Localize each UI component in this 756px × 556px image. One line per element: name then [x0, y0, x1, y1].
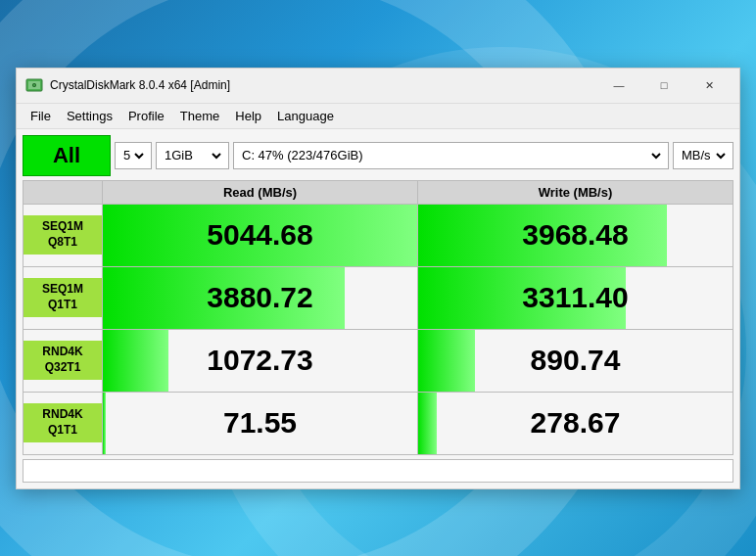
- menu-settings[interactable]: Settings: [59, 107, 120, 125]
- read-value-cell: 5044.68: [103, 204, 418, 266]
- app-window: CrystalDiskMark 8.0.4 x64 [Admin] — □ ✕ …: [16, 68, 740, 489]
- read-value: 1072.73: [103, 330, 417, 392]
- count-select[interactable]: 5 1 3 9: [119, 143, 147, 168]
- read-value: 71.55: [103, 393, 417, 454]
- menu-profile[interactable]: Profile: [120, 107, 172, 125]
- size-dropdown[interactable]: 1GiB 512MiB 2GiB 4GiB: [156, 142, 229, 169]
- close-button[interactable]: ✕: [686, 70, 732, 101]
- table-row: SEQ1MQ1T1 3880.72 3311.40: [24, 266, 733, 329]
- row-label: SEQ1MQ1T1: [24, 278, 102, 316]
- menu-language[interactable]: Language: [269, 107, 342, 125]
- unit-select[interactable]: MB/s GB/s IOPS: [678, 143, 729, 168]
- row-label: RND4KQ1T1: [24, 403, 102, 441]
- row-label: RND4KQ32T1: [24, 341, 102, 379]
- menu-help[interactable]: Help: [227, 107, 269, 125]
- all-button[interactable]: All: [23, 135, 111, 176]
- write-value: 3311.40: [418, 267, 732, 329]
- header-write: Write (MB/s): [418, 180, 733, 204]
- drive-select[interactable]: C: 47% (223/476GiB): [238, 143, 664, 168]
- drive-dropdown[interactable]: C: 47% (223/476GiB): [233, 142, 669, 169]
- table-header: Read (MB/s) Write (MB/s): [24, 180, 733, 204]
- toolbar-row: All 5 1 3 9 1GiB 512MiB 2GiB 4GiB: [23, 135, 733, 176]
- count-dropdown[interactable]: 5 1 3 9: [115, 142, 152, 169]
- table-row: SEQ1MQ8T1 5044.68 3968.48: [24, 204, 733, 266]
- write-value-cell: 278.67: [418, 392, 733, 454]
- write-value-cell: 3968.48: [418, 204, 733, 266]
- maximize-button[interactable]: □: [641, 70, 686, 101]
- status-bar: [23, 459, 733, 483]
- write-value: 3968.48: [418, 205, 732, 266]
- benchmark-table: Read (MB/s) Write (MB/s) SEQ1MQ8T1 5044.…: [23, 180, 733, 455]
- write-value: 890.74: [418, 330, 732, 392]
- read-value-cell: 71.55: [103, 392, 418, 454]
- main-content: All 5 1 3 9 1GiB 512MiB 2GiB 4GiB: [17, 129, 739, 488]
- write-value-cell: 890.74: [418, 329, 733, 392]
- row-label-cell: SEQ1MQ8T1: [24, 204, 103, 266]
- unit-dropdown[interactable]: MB/s GB/s IOPS: [673, 142, 733, 169]
- read-value-cell: 1072.73: [103, 329, 418, 392]
- row-label-cell: SEQ1MQ1T1: [24, 266, 103, 329]
- minimize-button[interactable]: —: [596, 70, 641, 101]
- menu-bar: File Settings Profile Theme Help Languag…: [17, 104, 739, 129]
- write-value: 278.67: [418, 393, 732, 454]
- header-empty: [24, 180, 103, 204]
- app-icon: [24, 75, 44, 95]
- table-row: RND4KQ1T1 71.55 278.67: [24, 392, 733, 454]
- svg-point-3: [33, 84, 35, 86]
- size-select[interactable]: 1GiB 512MiB 2GiB 4GiB: [161, 143, 224, 168]
- table-row: RND4KQ32T1 1072.73 890.74: [24, 329, 733, 392]
- write-value-cell: 3311.40: [418, 266, 733, 329]
- read-value: 5044.68: [103, 205, 417, 266]
- row-label-cell: RND4KQ1T1: [24, 392, 103, 454]
- read-value: 3880.72: [103, 267, 417, 329]
- window-title: CrystalDiskMark 8.0.4 x64 [Admin]: [50, 78, 596, 92]
- window-controls: — □ ✕: [596, 70, 732, 101]
- header-read: Read (MB/s): [103, 180, 418, 204]
- menu-theme[interactable]: Theme: [172, 107, 227, 125]
- title-bar: CrystalDiskMark 8.0.4 x64 [Admin] — □ ✕: [17, 69, 739, 104]
- read-value-cell: 3880.72: [103, 266, 418, 329]
- row-label-cell: RND4KQ32T1: [24, 329, 103, 392]
- menu-file[interactable]: File: [23, 107, 59, 125]
- row-label: SEQ1MQ8T1: [24, 215, 102, 254]
